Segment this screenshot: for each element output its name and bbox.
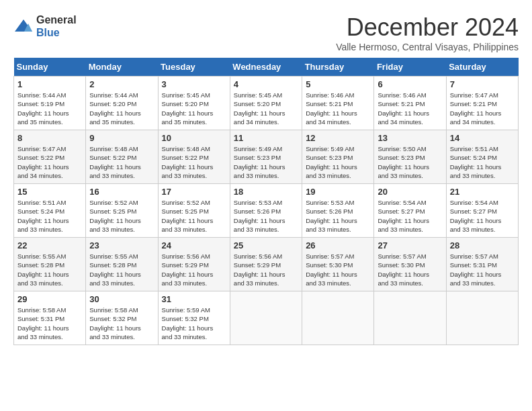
calendar-cell: 3Sunrise: 5:45 AM Sunset: 5:20 PM Daylig… [158, 77, 230, 130]
day-info: Sunrise: 5:51 AM Sunset: 5:24 PM Dayligh… [17, 198, 82, 234]
day-info: Sunrise: 5:56 AM Sunset: 5:29 PM Dayligh… [234, 252, 298, 287]
calendar-cell: 30Sunrise: 5:58 AM Sunset: 5:32 PM Dayli… [86, 291, 158, 345]
calendar-cell: 21Sunrise: 5:54 AM Sunset: 5:27 PM Dayli… [446, 184, 518, 238]
day-number: 19 [306, 187, 370, 197]
calendar-cell: 23Sunrise: 5:55 AM Sunset: 5:28 PM Dayli… [86, 238, 158, 291]
day-number: 10 [162, 133, 226, 143]
day-info: Sunrise: 5:46 AM Sunset: 5:21 PM Dayligh… [306, 91, 370, 126]
day-number: 8 [17, 133, 82, 143]
day-number: 2 [89, 79, 154, 89]
calendar-cell: 25Sunrise: 5:56 AM Sunset: 5:29 PM Dayli… [230, 238, 302, 291]
day-info: Sunrise: 5:58 AM Sunset: 5:31 PM Dayligh… [17, 306, 82, 341]
day-number: 23 [89, 240, 154, 250]
day-number: 5 [306, 79, 370, 89]
col-thursday: Thursday [302, 58, 374, 77]
calendar-cell: 4Sunrise: 5:45 AM Sunset: 5:20 PM Daylig… [230, 77, 302, 130]
calendar-cell: 11Sunrise: 5:49 AM Sunset: 5:23 PM Dayli… [230, 130, 302, 184]
day-info: Sunrise: 5:57 AM Sunset: 5:30 PM Dayligh… [306, 252, 370, 287]
day-number: 15 [17, 187, 82, 197]
title-area: December 2024 Valle Hermoso, Central Vis… [336, 13, 519, 52]
day-number: 13 [378, 133, 442, 143]
calendar-cell: 26Sunrise: 5:57 AM Sunset: 5:30 PM Dayli… [302, 238, 374, 291]
calendar-week-row: 8Sunrise: 5:47 AM Sunset: 5:22 PM Daylig… [14, 130, 519, 184]
day-info: Sunrise: 5:52 AM Sunset: 5:25 PM Dayligh… [162, 198, 226, 234]
calendar-cell: 8Sunrise: 5:47 AM Sunset: 5:22 PM Daylig… [14, 130, 86, 184]
calendar-cell: 14Sunrise: 5:51 AM Sunset: 5:24 PM Dayli… [446, 130, 518, 184]
day-info: Sunrise: 5:53 AM Sunset: 5:26 PM Dayligh… [234, 198, 298, 234]
col-sunday: Sunday [14, 58, 86, 77]
calendar-cell: 16Sunrise: 5:52 AM Sunset: 5:25 PM Dayli… [86, 184, 158, 238]
calendar-cell: 31Sunrise: 5:59 AM Sunset: 5:32 PM Dayli… [158, 291, 230, 345]
calendar-cell [446, 291, 518, 345]
calendar-week-row: 15Sunrise: 5:51 AM Sunset: 5:24 PM Dayli… [14, 184, 519, 238]
day-number: 3 [162, 79, 226, 89]
day-info: Sunrise: 5:47 AM Sunset: 5:21 PM Dayligh… [450, 91, 515, 126]
day-number: 12 [306, 133, 370, 143]
header-row: Sunday Monday Tuesday Wednesday Thursday… [14, 58, 519, 77]
calendar-cell: 24Sunrise: 5:56 AM Sunset: 5:29 PM Dayli… [158, 238, 230, 291]
day-number: 7 [450, 79, 515, 89]
calendar-title: December 2024 [336, 13, 519, 42]
day-info: Sunrise: 5:53 AM Sunset: 5:26 PM Dayligh… [306, 198, 370, 234]
calendar-cell: 19Sunrise: 5:53 AM Sunset: 5:26 PM Dayli… [302, 184, 374, 238]
day-number: 16 [89, 187, 154, 197]
day-info: Sunrise: 5:47 AM Sunset: 5:22 PM Dayligh… [17, 144, 82, 180]
day-info: Sunrise: 5:52 AM Sunset: 5:25 PM Dayligh… [89, 198, 154, 234]
day-info: Sunrise: 5:55 AM Sunset: 5:28 PM Dayligh… [89, 252, 154, 287]
calendar-cell: 1Sunrise: 5:44 AM Sunset: 5:19 PM Daylig… [14, 77, 86, 130]
calendar-cell [302, 291, 374, 345]
day-number: 21 [450, 187, 515, 197]
calendar-cell: 9Sunrise: 5:48 AM Sunset: 5:22 PM Daylig… [86, 130, 158, 184]
col-friday: Friday [374, 58, 446, 77]
day-number: 25 [234, 240, 298, 250]
day-number: 6 [378, 79, 442, 89]
calendar-week-row: 29Sunrise: 5:58 AM Sunset: 5:31 PM Dayli… [14, 291, 519, 345]
day-info: Sunrise: 5:55 AM Sunset: 5:28 PM Dayligh… [17, 252, 82, 287]
day-number: 18 [234, 187, 298, 197]
day-info: Sunrise: 5:50 AM Sunset: 5:23 PM Dayligh… [378, 144, 442, 180]
day-info: Sunrise: 5:59 AM Sunset: 5:32 PM Dayligh… [162, 306, 226, 341]
calendar-cell: 20Sunrise: 5:54 AM Sunset: 5:27 PM Dayli… [374, 184, 446, 238]
day-info: Sunrise: 5:57 AM Sunset: 5:30 PM Dayligh… [378, 252, 442, 287]
day-info: Sunrise: 5:48 AM Sunset: 5:22 PM Dayligh… [162, 144, 226, 180]
day-number: 1 [17, 79, 82, 89]
day-number: 11 [234, 133, 298, 143]
day-number: 29 [17, 294, 82, 304]
calendar-cell: 15Sunrise: 5:51 AM Sunset: 5:24 PM Dayli… [14, 184, 86, 238]
col-saturday: Saturday [446, 58, 518, 77]
day-number: 28 [450, 240, 515, 250]
calendar-cell: 10Sunrise: 5:48 AM Sunset: 5:22 PM Dayli… [158, 130, 230, 184]
day-info: Sunrise: 5:54 AM Sunset: 5:27 PM Dayligh… [450, 198, 515, 234]
calendar-cell: 5Sunrise: 5:46 AM Sunset: 5:21 PM Daylig… [302, 77, 374, 130]
day-number: 26 [306, 240, 370, 250]
col-tuesday: Tuesday [158, 58, 230, 77]
day-number: 20 [378, 187, 442, 197]
day-info: Sunrise: 5:44 AM Sunset: 5:20 PM Dayligh… [89, 91, 154, 126]
day-info: Sunrise: 5:46 AM Sunset: 5:21 PM Dayligh… [378, 91, 442, 126]
day-info: Sunrise: 5:49 AM Sunset: 5:23 PM Dayligh… [234, 144, 298, 180]
calendar-table: Sunday Monday Tuesday Wednesday Thursday… [13, 58, 519, 345]
calendar-subtitle: Valle Hermoso, Central Visayas, Philippi… [336, 42, 519, 52]
calendar-cell: 27Sunrise: 5:57 AM Sunset: 5:30 PM Dayli… [374, 238, 446, 291]
logo-icon [13, 18, 34, 34]
day-info: Sunrise: 5:57 AM Sunset: 5:31 PM Dayligh… [450, 252, 515, 287]
page-header: General Blue December 2024 Valle Hermoso… [13, 13, 519, 52]
day-number: 17 [162, 187, 226, 197]
calendar-cell [374, 291, 446, 345]
day-number: 22 [17, 240, 82, 250]
day-number: 27 [378, 240, 442, 250]
day-info: Sunrise: 5:56 AM Sunset: 5:29 PM Dayligh… [162, 252, 226, 287]
day-info: Sunrise: 5:58 AM Sunset: 5:32 PM Dayligh… [89, 306, 154, 341]
day-info: Sunrise: 5:49 AM Sunset: 5:23 PM Dayligh… [306, 144, 370, 180]
calendar-cell: 18Sunrise: 5:53 AM Sunset: 5:26 PM Dayli… [230, 184, 302, 238]
calendar-cell: 12Sunrise: 5:49 AM Sunset: 5:23 PM Dayli… [302, 130, 374, 184]
day-number: 31 [162, 294, 226, 304]
calendar-week-row: 1Sunrise: 5:44 AM Sunset: 5:19 PM Daylig… [14, 77, 519, 130]
calendar-cell: 7Sunrise: 5:47 AM Sunset: 5:21 PM Daylig… [446, 77, 518, 130]
calendar-cell [230, 291, 302, 345]
day-number: 4 [234, 79, 298, 89]
calendar-cell: 2Sunrise: 5:44 AM Sunset: 5:20 PM Daylig… [86, 77, 158, 130]
calendar-cell: 28Sunrise: 5:57 AM Sunset: 5:31 PM Dayli… [446, 238, 518, 291]
day-number: 30 [89, 294, 154, 304]
col-monday: Monday [86, 58, 158, 77]
